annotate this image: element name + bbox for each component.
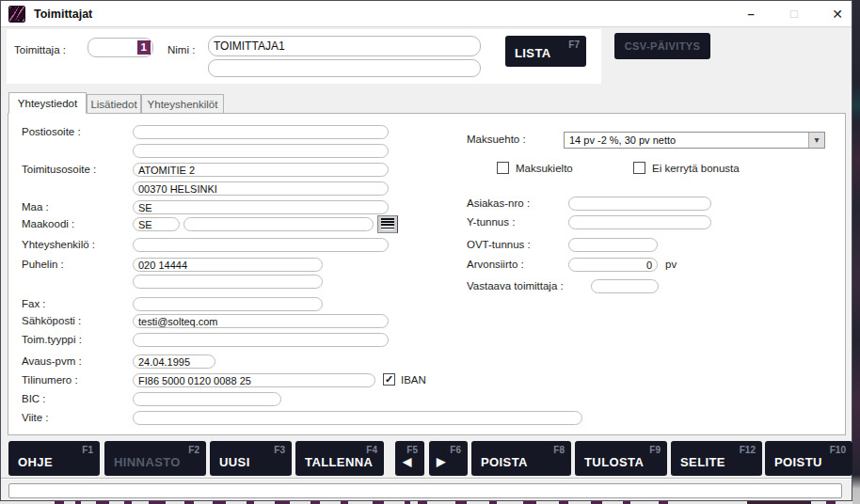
contact-person-input[interactable]: [133, 238, 389, 252]
supplier-number-value: 1: [137, 40, 151, 55]
phone-input-1[interactable]: [133, 258, 323, 272]
no-bonus-label: Ei kerrytä bonusta: [652, 163, 740, 174]
delivery-address-input-2[interactable]: [133, 181, 389, 196]
csv-update-button: CSV-PÄIVITYS: [614, 33, 710, 59]
payment-term-label: Maksuehto :: [467, 134, 526, 145]
tab-lisatiedot[interactable]: Lisätiedot: [87, 94, 141, 114]
phone-input-2[interactable]: [133, 275, 323, 289]
background-right-strip: [852, 0, 860, 504]
maximize-button: □: [778, 1, 810, 26]
responsible-supplier-label: Vastaava toimittaja :: [467, 280, 564, 291]
tab-yhteyshenkilot[interactable]: Yhteyshenkilöt: [141, 94, 224, 114]
value-transfer-input[interactable]: [568, 258, 658, 272]
contact-tab-panel: Postiosoite : Toimitusosoite : Maa : Maa…: [8, 113, 846, 435]
value-transfer-unit: pv: [665, 259, 677, 270]
close-button[interactable]: ✕: [821, 1, 853, 26]
country-code-lookup-button[interactable]: [377, 215, 398, 233]
legend-button[interactable]: SELITE F12: [671, 441, 762, 476]
contact-person-label: Yhteyshenkilö :: [22, 239, 95, 250]
name-input[interactable]: [208, 36, 481, 56]
supplier-number-field[interactable]: 1: [88, 38, 153, 57]
name2-input[interactable]: [208, 59, 481, 77]
bic-input[interactable]: [133, 392, 281, 406]
country-code-label: Maakoodi :: [22, 218, 74, 229]
payment-term-value: 14 pv -2 %, 30 pv netto: [565, 134, 808, 146]
payment-term-select[interactable]: 14 pv -2 %, 30 pv netto ▾: [564, 132, 825, 149]
app-window: Toimittajat – □ ✕ Toimittaja : 1 Nimi : …: [0, 0, 852, 501]
combo-dropdown-button[interactable]: ▾: [808, 133, 824, 148]
country-input[interactable]: [133, 200, 389, 214]
status-message-field: [8, 483, 842, 498]
no-bonus-checkbox[interactable]: [633, 162, 645, 174]
print-fkey: F9: [649, 445, 661, 455]
supplier-type-input[interactable]: [133, 333, 389, 347]
price-list-button: HINNASTO F2: [104, 441, 206, 476]
delivery-address-label: Toimitusosoite :: [22, 164, 96, 175]
postal-address-input-2[interactable]: [133, 144, 389, 158]
fax-label: Fax :: [22, 298, 46, 309]
payment-ban-checkbox[interactable]: [497, 162, 509, 174]
exit-button[interactable]: POISTU F10: [765, 441, 852, 476]
legend-button-label: SELITE: [680, 455, 725, 469]
reference-label: Viite :: [22, 412, 49, 423]
help-button[interactable]: OHJE F1: [8, 441, 100, 476]
next-record-button[interactable]: ▶ F6: [429, 441, 468, 476]
customer-number-input[interactable]: [568, 197, 711, 211]
delete-button[interactable]: POISTA F8: [471, 441, 571, 476]
new-button[interactable]: UUSI F3: [210, 441, 292, 476]
country-code-name-input[interactable]: [183, 217, 374, 231]
customer-number-label: Asiakas-nro :: [467, 197, 530, 209]
business-id-label: Y-tunnus :: [467, 216, 515, 228]
payment-ban-label: Maksukielto: [516, 163, 573, 174]
country-code-input[interactable]: [133, 217, 180, 231]
opening-date-label: Avaus-pvm :: [22, 355, 82, 367]
business-id-input[interactable]: [568, 215, 711, 229]
exit-button-label: POISTU: [774, 455, 822, 469]
help-button-label: OHJE: [18, 455, 53, 469]
save-button[interactable]: TALLENNA F4: [295, 441, 384, 476]
lista-button-label: LISTA: [515, 46, 551, 60]
csv-button-label: CSV-PÄIVITYS: [614, 33, 710, 59]
delete-fkey: F8: [553, 445, 565, 455]
list-icon: [381, 218, 394, 230]
country-label: Maa :: [22, 201, 49, 213]
app-logo-icon: [8, 6, 25, 23]
legend-fkey: F12: [740, 445, 756, 455]
help-fkey: F1: [82, 445, 93, 455]
opening-date-input[interactable]: [133, 354, 215, 369]
header-panel: Toimittaja : 1 Nimi : LISTA F7: [7, 29, 601, 84]
window-title: Toimittajat: [34, 8, 92, 21]
account-number-label: Tilinumero :: [22, 374, 78, 386]
minimize-button[interactable]: –: [735, 1, 767, 26]
chevron-down-icon: ▾: [814, 136, 819, 144]
value-transfer-label: Arvonsiirto :: [467, 259, 524, 270]
supplier-label: Toimittaja :: [14, 44, 66, 55]
exit-fkey: F10: [830, 445, 846, 455]
email-label: Sähköposti :: [22, 315, 81, 326]
fax-input[interactable]: [133, 297, 323, 311]
bic-label: BIC :: [22, 393, 46, 404]
email-input[interactable]: [133, 314, 389, 328]
lista-button[interactable]: LISTA F7: [505, 36, 586, 67]
ovt-id-input[interactable]: [568, 238, 658, 252]
iban-checkbox[interactable]: ✓: [383, 373, 395, 386]
save-fkey: F4: [366, 445, 377, 455]
delivery-address-input-1[interactable]: [133, 163, 389, 177]
postal-address-input-1[interactable]: [133, 125, 389, 139]
account-number-input[interactable]: [133, 373, 375, 387]
print-button-label: TULOSTA: [584, 455, 644, 469]
previous-record-button[interactable]: ◀ F5: [395, 441, 424, 476]
responsible-supplier-input[interactable]: [591, 279, 659, 293]
reference-input[interactable]: [133, 411, 582, 425]
price-list-button-label: HINNASTO: [114, 455, 181, 469]
title-bar: Toimittajat – □ ✕: [1, 1, 852, 27]
print-button[interactable]: TULOSTA F9: [575, 441, 667, 476]
iban-checkbox-label: IBAN: [401, 374, 426, 386]
lista-fkey-label: F7: [568, 39, 580, 50]
save-button-label: TALLENNA: [305, 455, 373, 469]
new-fkey: F3: [274, 445, 285, 455]
previous-fkey: F5: [406, 445, 418, 455]
status-separator: [1, 478, 852, 480]
arrow-left-icon: ◀: [403, 455, 412, 468]
tab-yhteystiedot[interactable]: Yhteystiedot: [8, 92, 87, 114]
